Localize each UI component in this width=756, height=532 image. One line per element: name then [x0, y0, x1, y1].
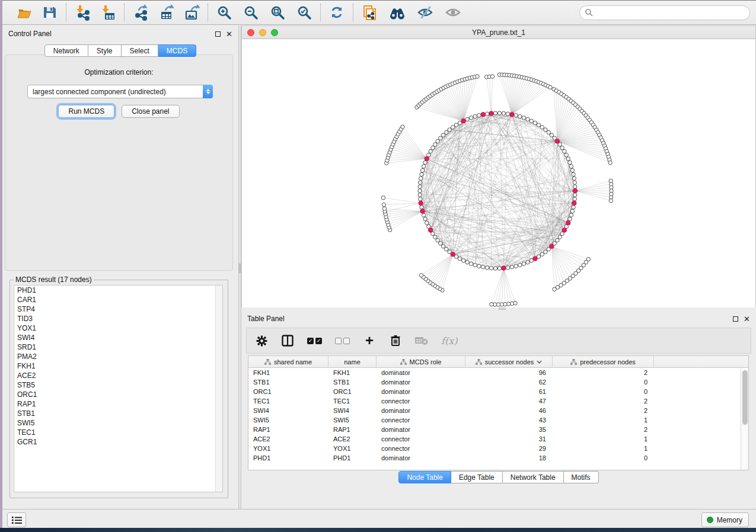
cell-predecessor[interactable]: 2 — [553, 425, 654, 434]
graph-node[interactable] — [502, 111, 505, 115]
graph-node[interactable] — [570, 209, 574, 213]
graph-node-selected[interactable] — [510, 113, 514, 117]
table-row[interactable]: ORC1ORC1dominator610 — [248, 387, 748, 396]
cell-successor[interactable]: 18 — [465, 453, 553, 463]
graph-node[interactable] — [522, 262, 525, 265]
graph-node[interactable] — [529, 119, 533, 123]
graph-node-selected[interactable] — [489, 111, 493, 116]
cell-mcds_role[interactable]: dominator — [377, 387, 465, 396]
cell-name[interactable]: TEC1 — [328, 396, 377, 406]
graph-node[interactable] — [572, 177, 576, 180]
search-binoculars-icon[interactable] — [388, 4, 406, 21]
cell-predecessor[interactable]: 0 — [553, 387, 654, 396]
graph-node[interactable] — [568, 217, 572, 221]
column-layout-icon[interactable] — [281, 334, 294, 348]
graph-node[interactable] — [526, 117, 529, 121]
import-table-icon[interactable] — [99, 4, 117, 21]
graph-node[interactable] — [469, 116, 473, 120]
graph-node-selected[interactable] — [573, 188, 577, 193]
cell-predecessor[interactable]: 0 — [553, 453, 654, 463]
graph-node[interactable] — [418, 185, 422, 188]
graph-node-selected[interactable] — [420, 209, 425, 213]
graph-node[interactable] — [401, 125, 404, 129]
graph-node-selected[interactable] — [533, 257, 537, 261]
cell-name[interactable]: ORC1 — [328, 387, 377, 396]
cell-mcds_role[interactable]: dominator — [377, 368, 465, 377]
cell-mcds_role[interactable]: dominator — [377, 377, 465, 387]
graph-node[interactable] — [473, 114, 477, 118]
table-settings-gear-icon[interactable] — [255, 334, 268, 348]
task-history-button[interactable] — [7, 512, 26, 527]
graph-node[interactable] — [514, 114, 518, 117]
cell-shared_name[interactable]: ACE2 — [248, 434, 328, 444]
graph-node[interactable] — [558, 235, 562, 239]
graph-node[interactable] — [569, 213, 573, 217]
cell-shared_name[interactable]: STB1 — [248, 377, 328, 387]
table-row[interactable]: SWI5SWI5connector431 — [248, 415, 748, 425]
save-session-icon[interactable] — [41, 4, 59, 21]
cell-predecessor[interactable]: 0 — [553, 377, 654, 387]
cell-mcds_role[interactable]: dominator — [377, 453, 465, 463]
optimization-criterion-dropdown[interactable]: largest connected component (undirected) — [27, 85, 213, 98]
graph-node[interactable] — [510, 265, 513, 269]
cell-predecessor[interactable]: 1 — [553, 415, 654, 425]
tab-node-table[interactable]: Node Table — [398, 471, 451, 483]
splitter-grip[interactable] — [239, 264, 241, 273]
mcds-result-item[interactable]: FKH1 — [14, 361, 222, 371]
float-panel-icon[interactable] — [733, 316, 738, 322]
graph-node[interactable] — [540, 126, 544, 129]
mcds-result-item[interactable]: GCR1 — [14, 437, 222, 447]
graph-node[interactable] — [518, 114, 522, 118]
cell-name[interactable]: STB1 — [328, 377, 377, 387]
cell-mcds_role[interactable]: dominator — [377, 406, 465, 415]
cell-successor[interactable]: 96 — [465, 368, 553, 377]
table-row[interactable]: STB1STB1dominator620 — [248, 377, 748, 387]
graph-node-selected[interactable] — [562, 228, 566, 232]
table-row[interactable]: TEC1TEC1connector472 — [248, 396, 748, 406]
graph-node[interactable] — [436, 238, 439, 242]
network-title-bar[interactable]: YPA_prune.txt_1 — [241, 25, 756, 39]
graph-node-selected[interactable] — [451, 252, 455, 256]
close-panel-button[interactable]: Close panel — [122, 105, 179, 118]
cell-successor[interactable]: 61 — [465, 387, 553, 396]
cell-successor[interactable]: 62 — [465, 377, 553, 387]
graph-node[interactable] — [420, 168, 424, 172]
graph-node[interactable] — [485, 112, 489, 116]
graph-node[interactable] — [441, 245, 445, 248]
graph-node[interactable] — [609, 199, 613, 203]
export-table-icon[interactable] — [157, 4, 175, 21]
column-header-name[interactable]: name — [328, 356, 377, 368]
graph-node[interactable] — [423, 161, 427, 164]
graph-node[interactable] — [469, 262, 473, 265]
graph-node[interactable] — [568, 161, 572, 164]
graph-node[interactable] — [420, 172, 423, 176]
table-scrollbar-thumb[interactable] — [742, 370, 748, 425]
graph-node[interactable] — [423, 217, 427, 221]
cell-mcds_role[interactable]: dominator — [377, 425, 465, 434]
graph-node[interactable] — [497, 267, 501, 270]
graph-node[interactable] — [566, 157, 570, 161]
graph-node-selected[interactable] — [428, 228, 432, 232]
graph-node[interactable] — [477, 114, 481, 117]
cell-predecessor[interactable]: 2 — [553, 396, 654, 406]
graph-node[interactable] — [473, 263, 477, 267]
zoom-selected-icon[interactable] — [295, 4, 313, 21]
zoom-in-icon[interactable] — [215, 4, 233, 21]
graph-node[interactable] — [439, 136, 442, 140]
table-row[interactable]: ACE2ACE2connector311 — [248, 434, 748, 444]
zoom-fit-icon[interactable] — [269, 4, 286, 21]
cell-predecessor[interactable]: 2 — [553, 368, 654, 377]
graph-node-selected[interactable] — [572, 201, 576, 205]
graph-node[interactable] — [476, 75, 479, 78]
graph-node[interactable] — [419, 197, 422, 201]
cell-successor[interactable]: 43 — [465, 415, 553, 425]
graph-node[interactable] — [481, 265, 485, 269]
graph-node[interactable] — [429, 149, 432, 153]
graph-node[interactable] — [451, 126, 455, 129]
hide-selected-eye-icon[interactable] — [416, 4, 434, 21]
graph-node[interactable] — [425, 221, 429, 225]
table-row[interactable]: RAP1RAP1dominator352 — [248, 425, 748, 434]
column-header-MCDS-role[interactable]: MCDS role — [377, 356, 465, 368]
copy-network-icon[interactable] — [361, 4, 378, 21]
graph-node-selected[interactable] — [550, 244, 554, 248]
